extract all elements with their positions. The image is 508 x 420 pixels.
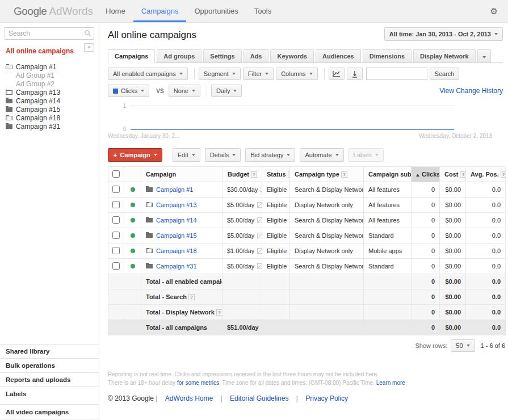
- campaign-link[interactable]: Campaign #13: [156, 201, 197, 208]
- row-checkbox[interactable]: [112, 247, 120, 254]
- more-tabs-button[interactable]: [477, 49, 491, 62]
- download-icon: [351, 70, 358, 78]
- columns-dropdown[interactable]: Columns: [276, 68, 317, 80]
- nav-opportunities[interactable]: Opportunities: [186, 0, 246, 22]
- tab-keywords[interactable]: Keywords: [270, 49, 314, 62]
- for-some-metrics-link[interactable]: for some metrics: [177, 380, 219, 386]
- granularity-dropdown[interactable]: Daily: [211, 85, 242, 97]
- edit-dropdown[interactable]: Edit: [173, 148, 200, 162]
- nav-campaigns[interactable]: Campaigns: [133, 0, 187, 22]
- details-dropdown[interactable]: Details: [205, 148, 241, 162]
- caret-down-icon: [335, 154, 339, 156]
- adwords-home-link[interactable]: AdWords Home: [165, 394, 213, 402]
- tab-audiences[interactable]: Audiences: [316, 49, 361, 62]
- show-rows-label: Show rows:: [415, 342, 447, 349]
- automate-dropdown[interactable]: Automate: [300, 148, 343, 162]
- learn-more-link[interactable]: Learn more: [376, 380, 405, 386]
- vs-label: VS: [156, 88, 163, 94]
- tab-display-network[interactable]: Display Network: [413, 49, 476, 62]
- chart-toggle-button[interactable]: [329, 68, 345, 80]
- table-row: Campaign #31 $5.00/day Eligible Search &…: [108, 259, 506, 274]
- help-icon[interactable]: ?: [501, 171, 506, 178]
- campaign-link[interactable]: Campaign #1: [156, 186, 193, 193]
- sidebar-item-all-video-campaigns[interactable]: All video campaigns: [0, 404, 99, 419]
- tree-item-campaign-18[interactable]: Campaign #18: [0, 114, 99, 122]
- folder-icon: [146, 264, 153, 268]
- caret-down-icon: [494, 33, 498, 35]
- col-status: Status?: [262, 167, 290, 182]
- help-icon[interactable]: ?: [460, 171, 465, 178]
- campaign-link[interactable]: Campaign #31: [156, 263, 197, 270]
- sort-ascending-icon: [416, 174, 419, 177]
- view-change-history-link[interactable]: View Change History: [439, 87, 503, 95]
- tree-item-campaign-31[interactable]: Campaign #31: [0, 122, 99, 131]
- row-checkbox[interactable]: [112, 201, 120, 208]
- help-icon[interactable]: ?: [251, 171, 257, 178]
- nav-tools[interactable]: Tools: [246, 0, 279, 22]
- sidebar-search-input[interactable]: [5, 27, 94, 40]
- sidebar-item-labels[interactable]: Labels: [0, 387, 99, 401]
- segment-dropdown[interactable]: Segment: [199, 68, 241, 80]
- editorial-guidelines-link[interactable]: Editorial Guidelines: [230, 394, 288, 402]
- tab-campaigns[interactable]: Campaigns: [108, 49, 155, 63]
- gear-icon[interactable]: ⚙: [490, 0, 498, 23]
- nav-home[interactable]: Home: [98, 0, 133, 22]
- all-online-campaigns-heading[interactable]: All online campaigns: [6, 47, 74, 55]
- campaign-link[interactable]: Campaign #15: [156, 232, 197, 239]
- logo-text-adwords: AdWords: [49, 5, 93, 18]
- tab-ad-groups[interactable]: Ad groups: [157, 49, 201, 62]
- tree-item-ad-group-2[interactable]: Ad Group #2: [0, 79, 99, 88]
- campaign-link[interactable]: Campaign #18: [156, 247, 197, 254]
- edit-budget-icon[interactable]: [257, 263, 262, 269]
- sidebar-item-reports-and-uploads[interactable]: Reports and uploads: [0, 372, 99, 387]
- help-icon[interactable]: ?: [341, 171, 347, 178]
- bid-strategy-dropdown[interactable]: Bid strategy: [245, 148, 295, 162]
- tab-ads[interactable]: Ads: [243, 49, 269, 62]
- new-campaign-button[interactable]: +Campaign: [108, 148, 162, 162]
- tree-item-campaign-14[interactable]: Campaign #14: [0, 96, 99, 105]
- col-campaign: Campaign: [141, 167, 222, 182]
- campaign-link[interactable]: Campaign #14: [156, 217, 197, 224]
- edit-budget-icon[interactable]: [257, 217, 262, 223]
- search-button[interactable]: Search: [430, 68, 460, 80]
- caret-down-icon: [309, 73, 313, 75]
- help-icon[interactable]: ?: [288, 171, 290, 178]
- edit-budget-icon[interactable]: [257, 233, 262, 238]
- tab-dimensions[interactable]: Dimensions: [363, 49, 412, 62]
- tab-settings[interactable]: Settings: [203, 49, 241, 62]
- caret-down-icon: [141, 90, 144, 92]
- privacy-policy-link[interactable]: Privacy Policy: [305, 394, 348, 402]
- status-enabled-icon: [131, 218, 135, 222]
- table-header-row: Campaign Budget? Status? Campaign type? …: [108, 167, 506, 182]
- edit-budget-icon[interactable]: [257, 248, 262, 254]
- tree-item-ad-group-1[interactable]: Ad Group #1: [0, 71, 99, 79]
- table-search-input[interactable]: [366, 68, 427, 80]
- campaign-scope-dropdown[interactable]: All enabled campaigns: [108, 68, 188, 80]
- display-folder-icon: [146, 203, 153, 207]
- collapse-sidebar-button[interactable]: «: [84, 43, 94, 52]
- col-clicks-sorted[interactable]: Clicks?: [412, 167, 440, 182]
- performance-chart: 1 0 Wednesday, January 30, 2... Wednesda…: [108, 102, 503, 144]
- row-checkbox[interactable]: [112, 262, 120, 270]
- row-checkbox[interactable]: [112, 186, 120, 193]
- sidebar-item-bulk-operations[interactable]: Bulk operations: [0, 358, 99, 372]
- row-checkbox[interactable]: [112, 232, 120, 239]
- help-icon[interactable]: ?: [216, 309, 222, 316]
- edit-budget-icon[interactable]: [257, 202, 262, 208]
- chart-controls: Clicks VS None Daily View Change History: [108, 83, 507, 99]
- tree-item-campaign-1[interactable]: Campaign #1: [0, 62, 99, 71]
- labels-dropdown: Labels: [349, 148, 384, 162]
- metric-dropdown[interactable]: Clicks: [108, 85, 149, 97]
- select-all-checkbox[interactable]: [112, 170, 120, 178]
- filter-dropdown[interactable]: Filter: [243, 68, 274, 80]
- help-icon[interactable]: ?: [188, 294, 195, 300]
- compare-metric-dropdown[interactable]: None: [169, 85, 200, 97]
- download-button[interactable]: [347, 68, 363, 80]
- campaign-tree: Campaign #1 Ad Group #1 Ad Group #2 Camp…: [0, 62, 99, 131]
- row-checkbox[interactable]: [112, 216, 120, 224]
- show-rows-select[interactable]: 50: [451, 339, 475, 352]
- tree-item-campaign-15[interactable]: Campaign #15: [0, 105, 99, 114]
- tree-item-campaign-13[interactable]: Campaign #13: [0, 88, 99, 96]
- date-range-button[interactable]: All time: Jan 30, 2013 - Oct 2, 2013: [384, 27, 503, 41]
- sidebar-item-shared-library[interactable]: Shared library: [0, 344, 99, 358]
